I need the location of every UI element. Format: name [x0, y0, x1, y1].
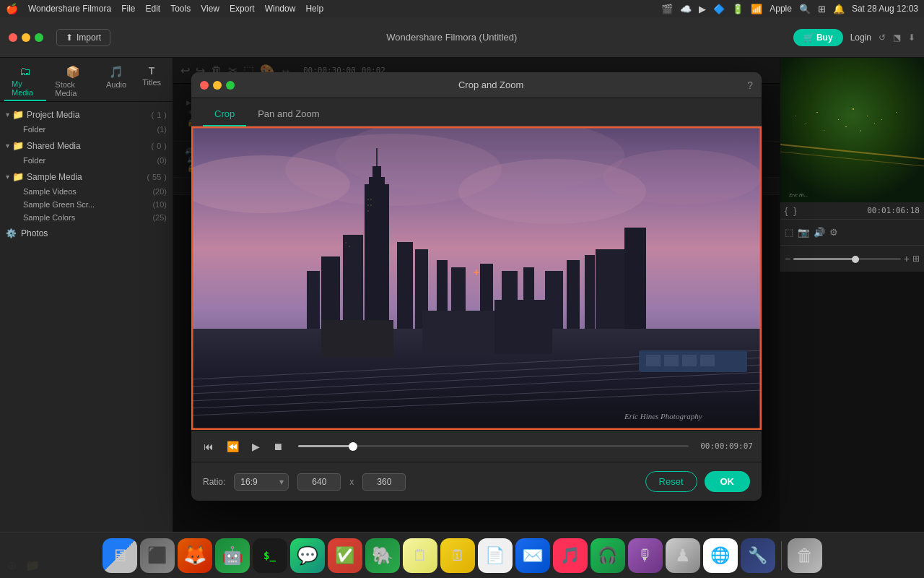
zoom-in-icon[interactable]: +: [904, 253, 910, 264]
dock-terminal[interactable]: $_: [253, 538, 287, 573]
tab-audio[interactable]: 🎵 Audio: [99, 62, 134, 101]
settings-icon[interactable]: ⚙: [829, 227, 838, 238]
dock-chess[interactable]: ♟: [666, 538, 700, 573]
tab-stock-media[interactable]: 📦 Stock Media: [48, 62, 97, 101]
modal-close-button[interactable]: [200, 81, 209, 90]
sidebar-item-photos[interactable]: ⚙️ Photos: [0, 225, 173, 241]
modal-title: Crop and Zoom: [240, 79, 741, 90]
reset-button[interactable]: Reset: [645, 471, 697, 492]
dock-android-studio[interactable]: 🤖: [215, 538, 250, 573]
download-icon[interactable]: ⬇: [908, 33, 915, 43]
chevron-down-icon: ▾: [6, 142, 9, 150]
menu-app-name[interactable]: Wondershare Filmora: [28, 4, 111, 14]
login-button[interactable]: Login: [850, 33, 871, 43]
sidebar-item-sample-videos[interactable]: Sample Videos (20): [0, 185, 173, 198]
project-media-header[interactable]: ▾ 📁 Project Media (1): [0, 106, 173, 123]
svg-rect-59: [881, 119, 882, 120]
close-button[interactable]: [9, 33, 17, 42]
dock-textedit[interactable]: 📄: [478, 538, 513, 573]
menu-export[interactable]: Export: [230, 4, 255, 14]
tree-section-shared-media: ▾ 📁 Shared Media (0) Folder (0): [0, 137, 173, 167]
tab-titles[interactable]: T Titles: [135, 62, 168, 101]
menu-help[interactable]: Help: [305, 4, 323, 14]
menu-tools[interactable]: Tools: [170, 4, 191, 14]
folder-icon: 📁: [12, 171, 24, 182]
height-input[interactable]: 360: [362, 473, 406, 491]
modal-minimize-button[interactable]: [213, 81, 222, 90]
stop-button[interactable]: ⏹: [269, 439, 287, 454]
dock-spotify[interactable]: 🎧: [590, 538, 625, 573]
modal-video-area[interactable]: Eric Hines Photography: [191, 126, 762, 430]
menu-file[interactable]: File: [121, 4, 135, 14]
sidebar-item-sample-colors[interactable]: Sample Colors (25): [0, 211, 173, 224]
svg-rect-32: [349, 246, 350, 247]
svg-text:Eric Hi...: Eric Hi...: [788, 192, 808, 198]
dock-podcasts[interactable]: 🎙: [628, 538, 663, 573]
tab-crop[interactable]: Crop: [203, 104, 246, 126]
zoom-handle[interactable]: [852, 256, 859, 263]
sidebar-item-project-folder[interactable]: Folder (1): [0, 123, 173, 136]
ratio-select[interactable]: 16:9 4:3 1:1 9:16 Custom: [234, 473, 289, 491]
import-button[interactable]: ⬆ Import: [56, 29, 110, 46]
svg-rect-30: [367, 210, 369, 212]
notification-icon[interactable]: 🔔: [833, 4, 845, 14]
fullscreen-icon[interactable]: ⬚: [785, 227, 793, 238]
dock-firefox[interactable]: 🦊: [178, 538, 212, 573]
apple-menu[interactable]: 🍎: [6, 3, 18, 14]
zoom-slider[interactable]: [793, 258, 901, 260]
main-area: ↩ ↪ 🗑 ✂ ⬚ 🎨 ↔ 00:00:30:00 00:02 ▶1 👁 🔒: [173, 58, 780, 578]
play-button[interactable]: ▶: [248, 439, 263, 454]
maximize-button[interactable]: [35, 33, 43, 42]
menu-view[interactable]: View: [201, 4, 219, 14]
menu-edit[interactable]: Edit: [146, 4, 161, 14]
camera-icon[interactable]: 📷: [798, 227, 809, 238]
dock-trash[interactable]: 🗑: [788, 538, 822, 573]
layout-icon[interactable]: ⊞: [912, 254, 920, 264]
preview-action-bar: ⬚ 📷 🔊 ⚙: [780, 220, 924, 246]
sample-media-header[interactable]: ▾ 📁 Sample Media (55): [0, 168, 173, 185]
dock-chrome[interactable]: 🌐: [703, 538, 738, 573]
dock-launchpad[interactable]: ⬛: [140, 538, 175, 573]
dock-evernote[interactable]: 🐘: [365, 538, 400, 573]
tab-pan-zoom[interactable]: Pan and Zoom: [246, 104, 331, 126]
menu-window[interactable]: Window: [265, 4, 296, 14]
ok-button[interactable]: OK: [705, 471, 751, 492]
minimize-button[interactable]: [22, 33, 30, 42]
skip-back-button[interactable]: ⏮: [200, 439, 217, 454]
sidebar-item-shared-folder[interactable]: Folder (0): [0, 154, 173, 167]
mark-in-icon[interactable]: {: [785, 205, 788, 216]
dock-mail[interactable]: ✉️: [515, 538, 550, 573]
progress-handle[interactable]: [349, 442, 357, 451]
modal-help-icon[interactable]: ?: [747, 79, 753, 91]
tab-my-media[interactable]: 🗂 My Media: [4, 62, 46, 101]
apple-account[interactable]: Apple: [770, 4, 792, 14]
dock-todoist[interactable]: ✅: [328, 538, 362, 573]
toolbar: ⬆ Import Wondershare Filmora (Untitled) …: [0, 17, 924, 58]
svg-rect-58: [867, 116, 868, 116]
dock-notes[interactable]: 🗒: [403, 538, 437, 573]
dock-topnotch[interactable]: 🔧: [741, 538, 775, 573]
dock-finder[interactable]: 🖥: [103, 538, 137, 573]
share-icon[interactable]: ⬔: [893, 33, 901, 43]
speaker-icon[interactable]: 🔊: [814, 227, 825, 238]
mark-out-icon[interactable]: }: [793, 205, 796, 216]
dock-whatsapp[interactable]: 💬: [290, 538, 325, 573]
svg-rect-42: [682, 355, 697, 366]
sidebar: 🗂 My Media 📦 Stock Media 🎵 Audio T Title…: [0, 58, 173, 578]
shared-media-header[interactable]: ▾ 📁 Shared Media (0): [0, 137, 173, 154]
sidebar-item-sample-green[interactable]: Sample Green Scr... (10): [0, 198, 173, 211]
svg-rect-15: [596, 249, 624, 329]
dock-music[interactable]: 🎵: [553, 538, 588, 573]
sync-icon[interactable]: ↺: [879, 33, 886, 43]
search-icon[interactable]: 🔍: [799, 4, 811, 14]
zoom-out-icon[interactable]: −: [785, 253, 790, 264]
playback-progress[interactable]: [298, 445, 689, 447]
frame-back-button[interactable]: ⏪: [223, 439, 243, 454]
width-input[interactable]: 640: [297, 473, 341, 491]
control-center-icon[interactable]: ⊞: [818, 4, 826, 14]
modal-maximize-button[interactable]: [226, 81, 235, 90]
svg-rect-17: [307, 271, 320, 329]
buy-button[interactable]: 🛒 Buy: [793, 29, 843, 46]
dock-stickies[interactable]: 🗓: [440, 538, 475, 573]
project-media-label: Project Media: [27, 110, 149, 120]
